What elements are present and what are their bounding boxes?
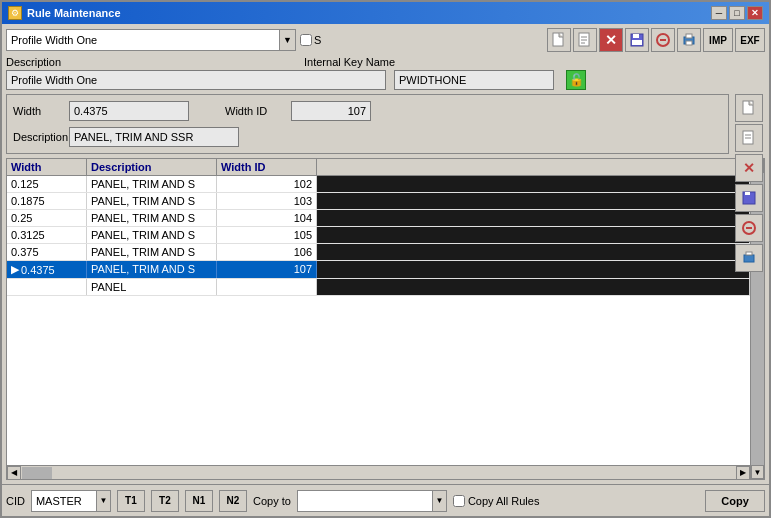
t2-button[interactable]: T2 (151, 490, 179, 512)
side-save-icon (741, 190, 757, 206)
table-row[interactable]: 0.375 PANEL, TRIM AND S 106 (7, 244, 750, 261)
print-button[interactable] (677, 28, 701, 52)
cell-width: 0.125 (7, 176, 87, 192)
svg-rect-11 (686, 34, 692, 38)
width-field-label: Width (13, 105, 63, 117)
svg-rect-22 (746, 252, 752, 255)
table-row[interactable]: 0.25 PANEL, TRIM AND S 104 (7, 210, 750, 227)
main-content: Profile Width One ▼ S (2, 24, 769, 484)
side-delete-button[interactable]: ✕ (735, 154, 763, 182)
description-input[interactable] (6, 70, 386, 90)
copy-to-label: Copy to (253, 495, 291, 507)
imp-button[interactable]: IMP (703, 28, 733, 52)
table-row[interactable]: 0.1875 PANEL, TRIM AND S 103 (7, 193, 750, 210)
side-new-button[interactable] (735, 94, 763, 122)
col-extra-header (317, 159, 750, 175)
cell-width: 0.1875 (7, 193, 87, 209)
cell-desc-last: PANEL (87, 279, 217, 295)
desc-row: Description PANEL, TRIM AND SSR (13, 127, 722, 147)
side-edit-button[interactable] (735, 124, 763, 152)
grid-body: 0.125 PANEL, TRIM AND S 102 0.1875 PANEL… (7, 176, 750, 465)
table-row[interactable]: 0.3125 PANEL, TRIM AND S 105 (7, 227, 750, 244)
n1-button[interactable]: N1 (185, 490, 213, 512)
cell-desc: PANEL, TRIM AND S (87, 210, 217, 226)
side-cancel-button[interactable] (735, 214, 763, 242)
inner-desc-value[interactable]: PANEL, TRIM AND SSR (69, 127, 239, 147)
app-icon: ⚙ (8, 6, 22, 20)
cell-width: 0.3125 (7, 227, 87, 243)
s-checkbox[interactable] (300, 34, 312, 46)
profile-combo[interactable]: Profile Width One ▼ (6, 29, 296, 51)
cell-extra (317, 193, 750, 209)
side-buttons: ✕ (735, 94, 763, 272)
col-widthid-header: Width ID (217, 159, 317, 175)
copy-button[interactable]: Copy (705, 490, 765, 512)
save-button[interactable] (625, 28, 649, 52)
exp-button[interactable]: EXF (735, 28, 765, 52)
internal-key-input[interactable] (394, 70, 554, 90)
master-value: MASTER (32, 495, 96, 507)
profile-combo-arrow[interactable]: ▼ (279, 30, 295, 50)
t1-button[interactable]: T1 (117, 490, 145, 512)
width-id-label: Width ID (225, 105, 285, 117)
copy-to-combo[interactable]: ▼ (297, 490, 447, 512)
width-value[interactable]: 0.4375 (69, 101, 189, 121)
cell-widthid: 103 (217, 193, 317, 209)
cancel-icon (655, 32, 671, 48)
cell-desc: PANEL, TRIM AND S (87, 176, 217, 192)
grid-header: Width Description Width ID (7, 159, 750, 176)
window-title: Rule Maintenance (27, 7, 121, 19)
table-row[interactable]: 0.125 PANEL, TRIM AND S 102 (7, 176, 750, 193)
toolbar-icons: ✕ (547, 28, 765, 52)
cell-widthid: 104 (217, 210, 317, 226)
maximize-button[interactable]: □ (729, 6, 745, 20)
h-scroll-left-button[interactable]: ◀ (7, 466, 21, 480)
h-scroll-right-button[interactable]: ▶ (736, 466, 750, 480)
side-save-button[interactable] (735, 184, 763, 212)
svg-rect-6 (633, 34, 639, 38)
titlebar: ⚙ Rule Maintenance ─ □ ✕ (2, 2, 769, 24)
grid-container: Width Description Width ID 0.125 PANEL, … (6, 158, 765, 480)
width-id-value[interactable]: 107 (291, 101, 371, 121)
h-scroll-track[interactable] (21, 466, 736, 480)
cell-extra (317, 176, 750, 192)
h-scrollbar[interactable]: ◀ ▶ (7, 465, 750, 479)
width-panel: Width 0.4375 Width ID 107 Description PA… (6, 94, 729, 154)
cell-widthid: 106 (217, 244, 317, 260)
cancel-button[interactable] (651, 28, 675, 52)
cell-width-last (7, 279, 87, 295)
h-scroll-thumb[interactable] (22, 467, 52, 479)
window-controls: ─ □ ✕ (711, 6, 763, 20)
new-doc-button[interactable] (547, 28, 571, 52)
n2-button[interactable]: N2 (219, 490, 247, 512)
side-delete-icon: ✕ (743, 160, 755, 176)
delete-button[interactable]: ✕ (599, 28, 623, 52)
cell-extra (317, 227, 750, 243)
cell-widthid-selected: 107 (217, 261, 317, 278)
svg-rect-18 (745, 192, 750, 195)
lock-icon[interactable]: 🔓 (566, 70, 586, 90)
table-row-selected[interactable]: ▶ 0.4375 PANEL, TRIM AND S 107 (7, 261, 750, 279)
master-combo-arrow[interactable]: ▼ (96, 491, 110, 511)
v-scroll-down-button[interactable]: ▼ (751, 465, 764, 479)
cell-extra-selected (317, 261, 750, 278)
edit-icon (577, 32, 593, 48)
close-button[interactable]: ✕ (747, 6, 763, 20)
table-row[interactable]: PANEL (7, 279, 750, 296)
copy-to-arrow[interactable]: ▼ (432, 491, 446, 511)
profile-value: Profile Width One (7, 34, 279, 46)
side-print-button[interactable] (735, 244, 763, 272)
cell-extra-last (317, 279, 750, 295)
cell-desc: PANEL, TRIM AND S (87, 227, 217, 243)
cell-widthid: 105 (217, 227, 317, 243)
svg-rect-7 (632, 40, 642, 45)
cid-label: CID (6, 495, 25, 507)
master-combo[interactable]: MASTER ▼ (31, 490, 111, 512)
copy-all-checkbox[interactable] (453, 495, 465, 507)
grid-wrapper: Width Description Width ID 0.125 PANEL, … (7, 159, 764, 479)
toolbar-row: Profile Width One ▼ S (6, 28, 765, 52)
minimize-button[interactable]: ─ (711, 6, 727, 20)
edit-button[interactable] (573, 28, 597, 52)
bottom-bar: CID MASTER ▼ T1 T2 N1 N2 Copy to ▼ Copy … (2, 484, 769, 516)
cell-widthid: 102 (217, 176, 317, 192)
